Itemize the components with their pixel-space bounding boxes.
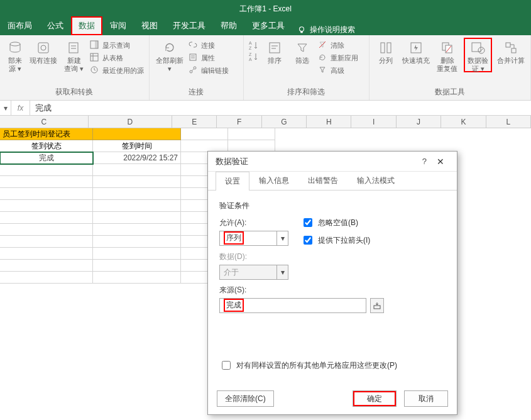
allow-select[interactable]: 序列 ▾ — [219, 231, 288, 246]
col-header-H[interactable]: H — [307, 116, 351, 128]
svg-line-19 — [192, 69, 194, 71]
edit-links-button[interactable]: 编辑链接 — [189, 65, 229, 75]
in-cell-dropdown-checkbox[interactable]: 提供下拉箭头(I) — [301, 234, 370, 246]
tab-settings[interactable]: 设置 — [216, 172, 249, 191]
col-header-E[interactable]: E — [172, 116, 217, 128]
tab-page-layout[interactable]: 面布局 — [0, 16, 40, 35]
ok-button[interactable]: 确定 — [353, 390, 397, 407]
range-selector-button[interactable] — [370, 298, 384, 313]
help-button[interactable]: ? — [417, 157, 432, 166]
fx-button[interactable]: fx — [11, 101, 30, 115]
tab-ime-mode[interactable]: 输入法模式 — [348, 171, 404, 190]
cell[interactable] — [93, 236, 181, 248]
svg-line-36 — [479, 48, 483, 52]
header-cell-status[interactable]: 签到状态 — [0, 140, 93, 152]
cell[interactable] — [93, 164, 181, 176]
cell[interactable] — [0, 248, 93, 260]
svg-text:A: A — [249, 41, 252, 45]
properties-button[interactable]: 属性 — [189, 53, 229, 63]
cell[interactable] — [93, 188, 181, 200]
col-header-C[interactable]: C — [0, 116, 89, 128]
cell[interactable] — [0, 176, 93, 188]
cell[interactable] — [93, 176, 181, 188]
cell[interactable] — [0, 200, 93, 212]
flash-fill-button[interactable]: 快速填充 — [402, 38, 431, 65]
cell[interactable] — [0, 236, 93, 248]
advanced-filter-button[interactable]: 高级 — [318, 65, 358, 75]
cell[interactable] — [0, 164, 93, 176]
filter-button[interactable]: 筛选 — [290, 38, 314, 65]
from-table-button[interactable]: 从表格 — [90, 53, 144, 63]
active-cell[interactable]: 完成 ▾ — [0, 152, 93, 164]
cell[interactable] — [93, 272, 181, 284]
col-header-K[interactable]: K — [441, 116, 486, 128]
col-header-F[interactable]: F — [217, 116, 261, 128]
existing-connections-button[interactable]: 现有连接 — [30, 38, 58, 65]
cell[interactable] — [181, 128, 228, 140]
apply-all-checkbox[interactable]: 对有同样设置的所有其他单元格应用这些更改(P) — [219, 359, 397, 372]
col-header-J[interactable]: J — [397, 116, 441, 128]
col-header-D[interactable]: D — [89, 116, 172, 128]
show-queries-button[interactable]: 显示查询 — [90, 40, 144, 50]
col-header-G[interactable]: G — [262, 116, 307, 128]
data-validation-button[interactable]: 数据验 证 ▾ — [464, 38, 492, 72]
cancel-button[interactable]: 取消 — [404, 390, 448, 407]
tab-view[interactable]: 视图 — [134, 16, 165, 35]
cell[interactable] — [0, 224, 93, 236]
consolidate-button[interactable]: 合并计算 — [496, 38, 525, 65]
tab-formulas[interactable]: 公式 — [40, 16, 71, 35]
tell-me-search[interactable]: 操作说明搜索 — [297, 25, 355, 35]
tab-review[interactable]: 审阅 — [102, 16, 134, 35]
apply-all-input[interactable] — [222, 361, 231, 370]
cell[interactable] — [93, 260, 181, 272]
cell[interactable] — [228, 128, 275, 140]
conn-mini: 连接 属性 编辑链接 — [189, 38, 229, 75]
col-header-I[interactable]: I — [351, 116, 396, 128]
cell[interactable] — [0, 272, 93, 284]
connections-button[interactable]: 连接 — [189, 40, 229, 50]
ignore-blank-checkbox[interactable]: 忽略空值(B) — [301, 216, 370, 229]
remove-duplicates-button[interactable]: 删除 重复值 — [435, 38, 461, 72]
sort-desc-button[interactable]: ZA — [249, 52, 259, 62]
tab-developer[interactable]: 开发工具 — [165, 16, 213, 35]
title-cell[interactable]: 员工签到时间登记表 — [0, 128, 93, 140]
recent-sources-button[interactable]: 最近使用的源 — [90, 65, 144, 75]
svg-rect-24 — [270, 43, 280, 53]
col-header-L[interactable]: L — [486, 116, 531, 128]
reapply-button[interactable]: 重新应用 — [318, 53, 358, 63]
source-input[interactable]: 完成 — [219, 298, 366, 313]
cell[interactable] — [93, 248, 181, 260]
svg-rect-38 — [512, 48, 516, 53]
dialog-body: 验证条件 允许(A): 序列 ▾ 忽略空值(B) 提供下拉箭头(I) 数据(D)… — [208, 191, 457, 379]
tab-input-message[interactable]: 输入信息 — [249, 171, 298, 190]
name-box-dropdown[interactable]: ▾ — [0, 101, 11, 115]
cell[interactable] — [93, 200, 181, 212]
cell[interactable] — [0, 188, 93, 200]
dropdown-arrow-icon[interactable]: ▾ — [92, 152, 93, 163]
clear-filter-button[interactable]: 清除 — [318, 40, 358, 50]
header-cell-time[interactable]: 签到时间 — [93, 140, 181, 152]
tab-help[interactable]: 帮助 — [213, 16, 244, 35]
cell[interactable] — [93, 224, 181, 236]
text-to-columns-button[interactable]: 分列 — [375, 38, 398, 65]
external-sources-button[interactable]: 部来 源 ▾ — [5, 38, 26, 72]
refresh-icon — [161, 40, 178, 55]
cell[interactable] — [93, 128, 181, 140]
tab-error-alert[interactable]: 出错警告 — [298, 171, 348, 190]
ignore-blank-input[interactable] — [304, 218, 312, 227]
properties-icon — [189, 53, 199, 63]
tab-data[interactable]: 数据 — [71, 16, 102, 35]
cell[interactable] — [0, 212, 93, 224]
close-button[interactable]: ✕ — [432, 157, 449, 167]
new-query-button[interactable]: 新建 查询 ▾ — [62, 38, 85, 72]
formula-input[interactable]: 完成 — [30, 101, 531, 115]
sort-button[interactable]: 排序 — [263, 38, 287, 65]
sort-asc-button[interactable]: AZ — [249, 40, 259, 50]
tab-more-tools[interactable]: 更多工具 — [244, 16, 292, 35]
clear-all-button[interactable]: 全部清除(C) — [217, 390, 274, 407]
cell-time-value[interactable]: 2022/9/22 15:27 — [93, 152, 181, 164]
cell[interactable] — [0, 260, 93, 272]
cell[interactable] — [93, 212, 181, 224]
refresh-all-button[interactable]: 全部刷新 ▾ — [155, 38, 185, 72]
in-cell-dropdown-input[interactable] — [304, 236, 312, 245]
